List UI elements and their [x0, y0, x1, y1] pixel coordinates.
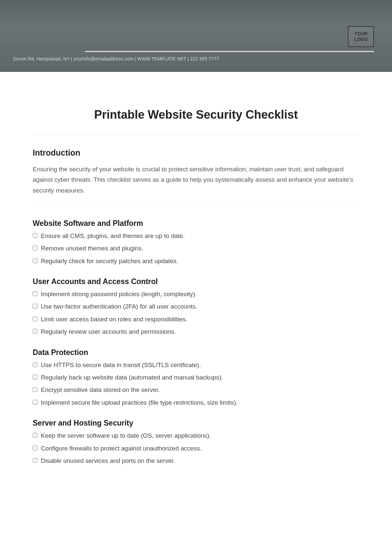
- checklist-item-label: Use HTTPS to secure data in transit (SSL…: [41, 360, 201, 370]
- checkbox-icon[interactable]: [33, 433, 38, 438]
- checklist-section-heading: Data Protection: [33, 348, 359, 357]
- checklist-item-label: Implement secure file upload practices (…: [41, 398, 238, 408]
- checkbox-icon[interactable]: [33, 400, 38, 405]
- checklist-item: Regularly review user accounts and permi…: [33, 327, 359, 337]
- checklist-item-label: Disable unused services and ports on the…: [41, 456, 175, 466]
- checklist-item: Implement secure file upload practices (…: [33, 398, 359, 408]
- checklist-item: Limit user access based on roles and res…: [33, 314, 359, 324]
- checkbox-icon[interactable]: [33, 245, 38, 250]
- checklist-item: Ensure all CMS, plugins, and themes are …: [33, 231, 359, 241]
- intro-heading: Introduction: [33, 148, 359, 158]
- checklist-item-label: Use two-factor authentication (2FA) for …: [41, 302, 197, 312]
- intro-divider: [33, 206, 359, 206]
- document-header: YOUR LOGO Devon Rd, Hempstead, NY | your…: [0, 0, 392, 72]
- checklist-section: Website Software and PlatformEnsure all …: [33, 219, 359, 266]
- checkbox-icon[interactable]: [33, 316, 38, 321]
- checklist-section: Data ProtectionUse HTTPS to secure data …: [33, 348, 359, 408]
- checklist-item-label: Encrypt sensitive data stored on the ser…: [41, 385, 160, 395]
- checklist-section-heading: User Accounts and Access Control: [33, 277, 359, 286]
- checkbox-icon[interactable]: [33, 458, 38, 463]
- checklist-item-label: Implement strong password policies (leng…: [41, 289, 197, 299]
- checklist-item: Configure firewalls to protect against u…: [33, 444, 359, 453]
- checklist-item: Disable unused services and ports on the…: [33, 456, 359, 466]
- title-divider: [33, 135, 359, 135]
- checkbox-icon[interactable]: [33, 375, 38, 379]
- checklist-item: Use HTTPS to secure data in transit (SSL…: [33, 360, 359, 370]
- checklist-item: Regularly back up website data (automate…: [33, 373, 359, 382]
- checklist-item: Keep the server software up to date (OS,…: [33, 431, 359, 441]
- checklist-item: Encrypt sensitive data stored on the ser…: [33, 385, 359, 395]
- checklist-item-label: Remove unused themes and plugins.: [41, 244, 143, 253]
- logo-placeholder: YOUR LOGO: [348, 26, 374, 47]
- checklist-item: Use two-factor authentication (2FA) for …: [33, 302, 359, 312]
- header-divider: [85, 51, 374, 52]
- header-contact-line: Devon Rd, Hempstead, NY | yourinfo@email…: [13, 56, 219, 61]
- document-title: Printable Website Security Checklist: [33, 108, 359, 122]
- checklist-item-label: Keep the server software up to date (OS,…: [41, 431, 211, 441]
- checkbox-icon[interactable]: [33, 291, 38, 296]
- checkbox-icon[interactable]: [33, 387, 38, 392]
- checklist-section: User Accounts and Access ControlImplemen…: [33, 277, 359, 337]
- checklist-item-label: Regularly back up website data (automate…: [41, 373, 223, 382]
- checkbox-icon[interactable]: [33, 329, 38, 334]
- checkbox-icon[interactable]: [33, 446, 38, 450]
- checkbox-icon[interactable]: [33, 362, 38, 367]
- checklist-sections: Website Software and PlatformEnsure all …: [33, 219, 359, 466]
- checklist-item-label: Limit user access based on roles and res…: [41, 314, 188, 324]
- checklist-item-label: Configure firewalls to protect against u…: [41, 444, 202, 453]
- checklist-item: Remove unused themes and plugins.: [33, 244, 359, 253]
- checklist-item: Implement strong password policies (leng…: [33, 289, 359, 299]
- document-body: Printable Website Security Checklist Int…: [0, 72, 392, 466]
- checklist-section-heading: Server and Hosting Security: [33, 419, 359, 428]
- checklist-item-label: Regularly check for security patches and…: [41, 256, 178, 266]
- checkbox-icon[interactable]: [33, 233, 38, 238]
- logo-text: YOUR LOGO: [349, 31, 373, 42]
- checklist-section-heading: Website Software and Platform: [33, 219, 359, 228]
- checklist-item: Regularly check for security patches and…: [33, 256, 359, 266]
- intro-body: Ensuring the security of your website is…: [33, 164, 359, 196]
- checklist-item-label: Ensure all CMS, plugins, and themes are …: [41, 231, 185, 241]
- checklist-item-label: Regularly review user accounts and permi…: [41, 327, 176, 337]
- checkbox-icon[interactable]: [33, 258, 38, 263]
- checklist-section: Server and Hosting SecurityKeep the serv…: [33, 419, 359, 466]
- checkbox-icon[interactable]: [33, 304, 38, 309]
